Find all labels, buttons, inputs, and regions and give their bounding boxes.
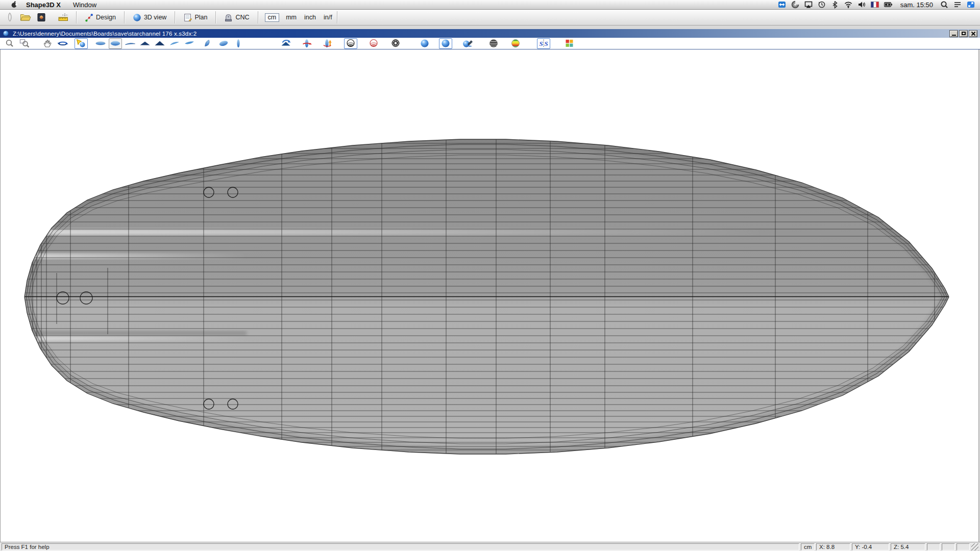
airplay-icon[interactable]: [804, 0, 813, 10]
main-toolbar: Design 3D view Plan CNC cm mm inch in/f: [0, 10, 980, 26]
window-gap: [0, 26, 980, 29]
statusbar-empty-panel: [927, 543, 940, 550]
plan-mode-button[interactable]: Plan: [179, 12, 212, 23]
wifi-icon[interactable]: [844, 0, 852, 10]
rotate-board-length-axis-icon[interactable]: [300, 38, 313, 49]
stripes-color-view-icon[interactable]: [509, 38, 522, 49]
statusbar-z-coordinate: Z: 5.4: [891, 543, 925, 550]
spotlight-icon[interactable]: [940, 0, 948, 10]
separator: [175, 11, 175, 23]
pan-hand-icon[interactable]: [41, 38, 55, 49]
plan-mode-label: Plan: [194, 14, 207, 21]
apple-menu-icon[interactable]: [10, 1, 18, 9]
time-machine-icon[interactable]: [818, 0, 826, 10]
board-perspective-view-icon[interactable]: [202, 38, 215, 49]
separator: [215, 11, 216, 23]
design-mode-icon: [85, 13, 93, 22]
board-top-wireframe-icon[interactable]: [94, 38, 107, 49]
wireframe-white-view-icon[interactable]: [344, 38, 357, 49]
flip-board-icon[interactable]: [279, 38, 292, 49]
new-board-button[interactable]: [3, 11, 16, 23]
minimize-button[interactable]: [949, 30, 958, 37]
3d-view-mode-label: 3D view: [144, 14, 166, 21]
paint-view-icon[interactable]: [461, 38, 474, 49]
maximize-icon: [962, 32, 966, 35]
unit-inf[interactable]: in/f: [323, 13, 333, 21]
board-quarter-view-2-icon[interactable]: [183, 38, 196, 49]
cnc-mode-button[interactable]: CNC: [219, 12, 254, 23]
unit-selector: cm mm inch in/f: [265, 13, 333, 22]
stripes-gray-view-icon[interactable]: [487, 38, 500, 49]
statusbar: Press F1 for help cm X: 8.8 Y: -0.4 Z: 5…: [0, 542, 980, 551]
open-folder-button[interactable]: [19, 11, 32, 23]
maximize-button[interactable]: [959, 30, 968, 37]
design-mode-button[interactable]: Design: [80, 12, 120, 23]
window-manager-icon[interactable]: [967, 0, 975, 10]
minimize-icon: [952, 35, 956, 36]
separator: [337, 11, 337, 23]
document-icon: [3, 30, 9, 37]
color-palette-icon[interactable]: [563, 38, 576, 49]
app-menu-title[interactable]: Shape3D X: [26, 1, 61, 9]
shaded-view-icon[interactable]: [439, 38, 452, 49]
board-profile-vertical-icon[interactable]: [232, 38, 245, 49]
rotate-view-icon[interactable]: [56, 38, 69, 49]
teamviewer-icon[interactable]: [778, 0, 786, 10]
bluetooth-icon[interactable]: [831, 0, 839, 10]
curvature-view-icon[interactable]: SS: [537, 38, 550, 49]
board-quarter-view-icon[interactable]: [168, 38, 181, 49]
board-back-section-icon[interactable]: [153, 38, 166, 49]
menu-window[interactable]: Window: [73, 1, 96, 9]
unit-inch[interactable]: inch: [303, 13, 317, 21]
zoom-icon[interactable]: [4, 38, 17, 49]
statusbar-unit: cm: [801, 543, 815, 550]
unit-cm[interactable]: cm: [265, 13, 280, 22]
separator: [258, 11, 258, 23]
cnc-icon: [224, 13, 233, 22]
board-perspective-view-2-icon[interactable]: [217, 38, 230, 49]
statusbar-y-coordinate: Y: -0.4: [852, 543, 889, 550]
light-direction-icon[interactable]: [75, 38, 88, 49]
board-front-section-icon[interactable]: [138, 38, 152, 49]
3d-canvas: [0, 49, 979, 542]
wireframe-red-view-icon[interactable]: [367, 38, 380, 49]
svg-text:S: S: [540, 40, 543, 47]
list-icon[interactable]: [953, 0, 962, 10]
close-button[interactable]: [969, 30, 977, 37]
cnc-mode-label: CNC: [235, 14, 249, 21]
3d-view-mode-button[interactable]: 3D view: [128, 12, 171, 23]
swirl-icon[interactable]: [791, 0, 799, 10]
wireframe-mesh-view-icon[interactable]: [389, 38, 402, 49]
document-titlebar[interactable]: Z:\Users\dennery\Documents\Boards\save\s…: [0, 29, 980, 38]
close-icon: [971, 31, 976, 36]
document-title: Z:\Users\dennery\Documents\Boards\save\s…: [13, 31, 197, 37]
measurements-button[interactable]: [57, 11, 70, 23]
unit-mm[interactable]: mm: [285, 13, 298, 21]
rotate-board-width-axis-icon[interactable]: [321, 38, 334, 49]
resize-grip[interactable]: [971, 543, 978, 550]
statusbar-x-coordinate: X: 8.8: [816, 543, 850, 550]
save-button[interactable]: [35, 11, 48, 23]
plan-icon: [183, 13, 192, 22]
board-3d-view[interactable]: [1, 49, 979, 542]
statusbar-empty-panel: [957, 543, 970, 550]
board-top-solid-icon[interactable]: [109, 38, 122, 49]
separator: [124, 11, 125, 23]
svg-text:S: S: [545, 40, 548, 47]
french-flag-icon[interactable]: [871, 0, 879, 10]
separator: [76, 11, 77, 23]
battery-icon[interactable]: [884, 0, 893, 10]
statusbar-help: Press F1 for help: [2, 543, 799, 550]
view-toolbar: SS: [0, 38, 980, 49]
macos-menubar: Shape3D X Window sam. 15:50: [0, 0, 980, 10]
design-mode-label: Design: [96, 14, 116, 21]
3d-view-icon: [133, 13, 141, 22]
menubar-clock[interactable]: sam. 15:50: [900, 1, 933, 9]
solid-blue-view-icon[interactable]: [418, 38, 431, 49]
volume-icon[interactable]: [857, 0, 866, 10]
board-rocker-view-icon[interactable]: [124, 38, 137, 49]
zoom-window-icon[interactable]: [18, 38, 32, 49]
statusbar-empty-panel: [942, 543, 955, 550]
